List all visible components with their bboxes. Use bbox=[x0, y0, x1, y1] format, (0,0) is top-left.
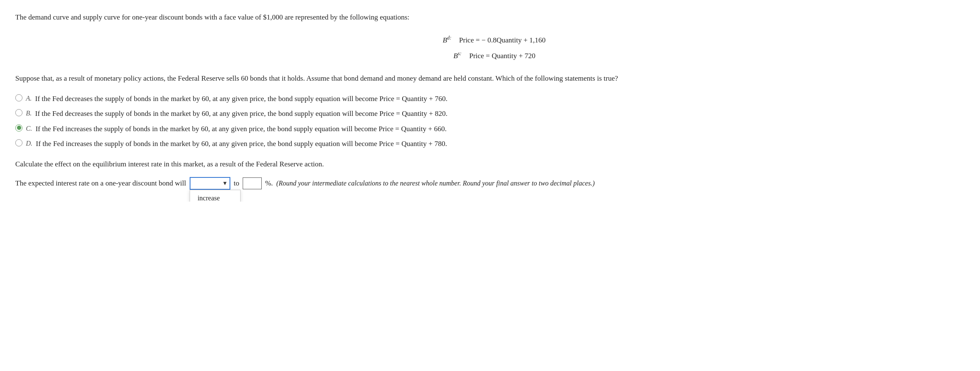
option-letter-3: D. bbox=[26, 138, 33, 149]
option-radio-d[interactable] bbox=[15, 139, 22, 146]
option-radio-c[interactable] bbox=[15, 124, 22, 132]
direction-dropdown[interactable]: increase decrease bbox=[190, 177, 230, 190]
to-label: to bbox=[234, 179, 239, 188]
option-letter-0: A. bbox=[26, 93, 32, 104]
answer-row: The expected interest rate on a one-year… bbox=[15, 177, 965, 190]
calculate-text: Calculate the effect on the equilibrium … bbox=[15, 159, 965, 170]
option-text-3: If the Fed increases the supply of bonds… bbox=[36, 138, 447, 149]
option-letter-1: B. bbox=[26, 108, 32, 118]
options-list: A.If the Fed decreases the supply of bon… bbox=[15, 93, 965, 149]
option-letter-2: C. bbox=[26, 124, 32, 134]
answer-prefix: The expected interest rate on a one-year… bbox=[15, 179, 186, 188]
dropdown-option-increase[interactable]: increase bbox=[190, 190, 240, 202]
direction-dropdown-wrapper[interactable]: increase decrease ▼ increase decrease bbox=[190, 177, 230, 190]
option-item-d[interactable]: D.If the Fed increases the supply of bon… bbox=[15, 138, 965, 149]
demand-label: Bd: bbox=[434, 32, 451, 48]
option-item-a[interactable]: A.If the Fed decreases the supply of bon… bbox=[15, 93, 965, 104]
percent-symbol: %. bbox=[265, 179, 273, 188]
option-text-0: If the Fed decreases the supply of bonds… bbox=[35, 93, 448, 104]
demand-equation: Price = − 0.8Quantity + 1,160 bbox=[459, 32, 546, 48]
option-text-1: If the Fed decreases the supply of bonds… bbox=[35, 108, 448, 119]
rounding-note: (Round your intermediate calculations to… bbox=[276, 180, 594, 187]
option-radio-b[interactable] bbox=[15, 109, 22, 116]
supply-equation-row: Bs: Price = Quantity + 720 bbox=[15, 48, 965, 64]
option-text-2: If the Fed increases the supply of bonds… bbox=[36, 124, 447, 135]
option-item-b[interactable]: B.If the Fed decreases the supply of bon… bbox=[15, 108, 965, 119]
scenario-text: Suppose that, as a result of monetary po… bbox=[15, 73, 965, 84]
option-radio-a[interactable] bbox=[15, 94, 22, 101]
supply-equation: Price = Quantity + 720 bbox=[469, 48, 535, 64]
equations-block: Bd: Price = − 0.8Quantity + 1,160 Bs: Pr… bbox=[15, 32, 965, 64]
intro-text: The demand curve and supply curve for on… bbox=[15, 12, 965, 23]
supply-label: Bs: bbox=[445, 48, 462, 64]
option-item-c[interactable]: C.If the Fed increases the supply of bon… bbox=[15, 124, 965, 135]
demand-equation-row: Bd: Price = − 0.8Quantity + 1,160 bbox=[15, 32, 965, 48]
dropdown-popup[interactable]: increase decrease bbox=[190, 190, 241, 202]
percent-input[interactable] bbox=[243, 177, 262, 189]
